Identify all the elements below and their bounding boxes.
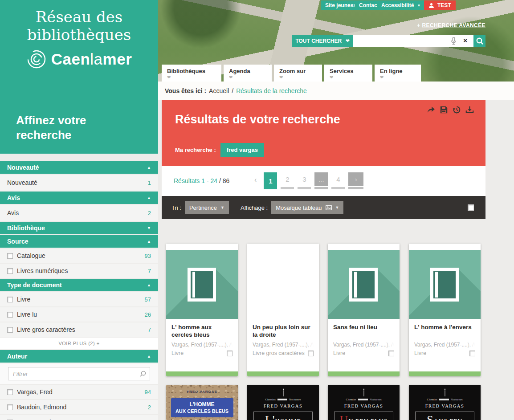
result-title: Sans feu ni lieu: [333, 323, 394, 338]
result-type: Livre gros caractères: [253, 350, 305, 356]
select-result-checkbox[interactable]: [308, 351, 314, 356]
tab-agenda[interactable]: Agenda ❤: [224, 65, 272, 82]
display-label: Affichage :: [241, 204, 268, 211]
page-2-button[interactable]: 2: [281, 172, 294, 189]
tab-bibliotheques[interactable]: Bibliothèques ❤: [162, 65, 221, 82]
breadcrumb-current: Résultats de la recherche: [236, 87, 307, 94]
book-placeholder-image: [409, 250, 481, 319]
select-result-checkbox[interactable]: [469, 351, 475, 356]
user-icon: [428, 3, 434, 8]
tab-zoom-sur[interactable]: Zoom sur ❤: [274, 65, 322, 82]
page: Réseau des bibliothèques Caenlamer Affin…: [0, 0, 514, 420]
sort-label: Tri :: [171, 204, 181, 211]
facet-item-doyon-josee[interactable]: Doyon, Josée 1: [0, 415, 158, 420]
facet-header-nouveaute[interactable]: Nouveauté ▲: [0, 161, 158, 174]
book-cover-sans-feu-ni-lieu[interactable]: Chemins Nocturnes FRED VARGAS SANS FEU N…: [409, 385, 481, 420]
sort-dropdown[interactable]: Pertinence ▼: [185, 201, 229, 214]
collection-row: Chemins Nocturnes: [328, 398, 400, 401]
book-icon: [430, 268, 459, 302]
book-cover-un-peu-plus-loin[interactable]: Chemins Nocturnes FRED VARGAS UN PEU PLU…: [328, 385, 400, 420]
chevron-down-icon: ❤: [346, 39, 349, 43]
result-card[interactable]: L' homme à l'envers Vargas, Fred (1957-.…: [409, 244, 481, 376]
facet-item-livre[interactable]: Livre 57: [0, 292, 158, 306]
display-dropdown[interactable]: Mosaïque tableau ▼: [271, 201, 343, 214]
refine-title: Affinez votre recherche: [16, 113, 86, 143]
cover-title-box: L'HOMME A L'ENVERS: [253, 412, 313, 420]
result-card[interactable]: Sans feu ni lieu Vargas, Fred (1957-....…: [328, 244, 400, 376]
checkbox[interactable]: [7, 389, 13, 395]
search-icon[interactable]: [139, 370, 147, 377]
logo[interactable]: Réseau des bibliothèques Caenlamer: [0, 0, 158, 69]
history-icon[interactable]: [453, 106, 461, 114]
book-cover-homme-cercles-bleus[interactable]: FRED VARGAS L'HOMME AUX CERCLES BLEUS: [166, 385, 238, 420]
page-4-button[interactable]: 4: [331, 172, 345, 189]
result-card[interactable]: Un peu plus loin sur la droite Vargas, F…: [247, 244, 319, 376]
page-3-button[interactable]: 3: [298, 172, 311, 189]
result-author: Vargas, Fred (1957-....), A: [171, 342, 233, 348]
search-button[interactable]: [473, 35, 485, 47]
result-author: Vargas, Fred (1957-....), A: [253, 342, 314, 348]
share-icon[interactable]: [427, 106, 435, 114]
advanced-search-link[interactable]: + RECHERCHE AVANCÉE: [417, 22, 485, 29]
facet-header-auteur[interactable]: Auteur ▲: [0, 350, 158, 363]
facet-item-livre-gros-caracteres[interactable]: Livre gros caractères 7: [0, 322, 158, 337]
search-term-chip[interactable]: fred vargas: [220, 143, 264, 157]
facet-count: 93: [145, 253, 151, 259]
tab-en-ligne[interactable]: En ligne ❤: [375, 65, 421, 82]
search-scope-dropdown[interactable]: TOUT CHERCHER ❤: [292, 35, 353, 47]
facet-header-bibliotheque[interactable]: Bibliothèque ▼: [0, 222, 158, 234]
sidebar: Réseau des bibliothèques Caenlamer Affin…: [0, 0, 158, 420]
test-account-button[interactable]: TEST: [424, 0, 456, 10]
sort-bar: Tri : Pertinence ▼ Affichage : Mosaïque …: [162, 196, 485, 219]
select-all-checkbox[interactable]: [468, 204, 474, 211]
checkbox[interactable]: [7, 253, 13, 259]
facet-item-livres-numeriques[interactable]: Livres numériques 7: [0, 264, 158, 278]
facet-header-type-document[interactable]: Type de document ▲: [0, 279, 158, 291]
checkbox[interactable]: [7, 312, 13, 318]
book-icon: [349, 268, 378, 302]
page-ellipsis[interactable]: ...: [314, 172, 328, 189]
facet-item-catalogue[interactable]: Catalogue 93: [0, 249, 158, 263]
logo-line-1: Réseau des: [0, 8, 158, 26]
checkbox[interactable]: [7, 327, 13, 333]
facet-item-nouveaute[interactable]: Nouveauté 1: [0, 175, 158, 191]
checkbox[interactable]: [7, 268, 13, 274]
book-cover-homme-a-lenvers[interactable]: Chemins Nocturnes FRED VARGAS L'HOMME A …: [247, 385, 319, 420]
prev-page-button[interactable]: ‹: [254, 176, 257, 184]
chevron-up-icon: ▲: [147, 283, 151, 287]
select-result-checkbox[interactable]: [227, 351, 233, 356]
accessibilite-button[interactable]: Accessibilité ▼: [377, 0, 425, 10]
microphone-icon[interactable]: [451, 37, 457, 45]
result-card[interactable]: L' homme aux cercles bleus Vargas, Fred …: [166, 244, 238, 376]
voir-plus-button[interactable]: VOIR PLUS (2) +: [0, 338, 158, 349]
checkbox[interactable]: [7, 297, 13, 302]
facet-header-source[interactable]: Source ▲: [0, 235, 158, 248]
next-page-button[interactable]: ›: [348, 172, 363, 189]
blank-placeholder-image: [247, 250, 319, 319]
facet-item-baudoin-edmond[interactable]: Baudoin, Edmond 2: [0, 400, 158, 414]
author-filter-input[interactable]: [8, 367, 150, 380]
facet-item-avis[interactable]: Avis 2: [0, 205, 158, 221]
book-placeholder-image: [166, 250, 238, 319]
facet-count: 57: [145, 296, 151, 303]
card-accent-strip: [247, 371, 319, 376]
download-icon[interactable]: [465, 106, 474, 114]
cover-title-box: UN PEU PLUS LOIN SUR: [334, 412, 393, 420]
chevron-down-icon: ❤: [279, 75, 322, 80]
clear-search-icon[interactable]: ×: [463, 37, 467, 44]
tab-services[interactable]: Services ❤: [324, 65, 372, 82]
chevron-up-icon: ▲: [147, 196, 151, 200]
collection-row: Chemins Nocturnes: [409, 398, 481, 401]
breadcrumb-home-link[interactable]: Accueil: [209, 87, 229, 94]
chevron-down-icon: ❤: [380, 75, 421, 80]
facet-count: 94: [145, 389, 151, 396]
checkbox[interactable]: [7, 404, 13, 410]
facet-header-avis[interactable]: Avis ▲: [0, 192, 158, 204]
author-filter-row: [0, 363, 158, 384]
facet-item-livre-lu[interactable]: Livre lu 26: [0, 307, 158, 322]
facet-item-vargas-fred[interactable]: Vargas, Fred 94: [0, 385, 158, 399]
save-search-icon[interactable]: [440, 106, 448, 114]
select-result-checkbox[interactable]: [388, 351, 394, 356]
facet-count: 7: [148, 326, 151, 333]
page-1-button[interactable]: 1: [264, 172, 277, 189]
